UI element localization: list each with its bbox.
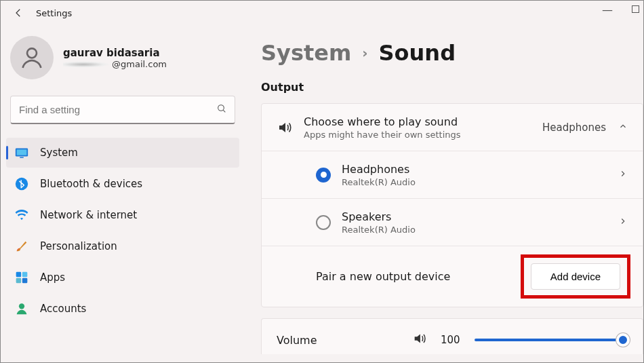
arrow-left-icon — [12, 7, 24, 19]
person-icon — [18, 44, 45, 71]
volume-row: Volume 100 — [261, 318, 643, 354]
profile-email-suffix: @gmail.com — [112, 59, 167, 69]
apps-icon — [14, 270, 29, 285]
sidebar-item-label: Personalization — [40, 240, 117, 252]
breadcrumb-current: Sound — [379, 40, 456, 66]
output-device-headphones[interactable]: Headphones Realtek(R) Audio — [262, 151, 643, 199]
pair-output-label: Pair a new output device — [316, 270, 521, 283]
sidebar-item-bluetooth[interactable]: Bluetooth & devices — [6, 169, 239, 199]
chevron-right-icon — [618, 216, 628, 229]
profile-email: @gmail.com — [63, 59, 167, 69]
breadcrumb: System › Sound — [261, 40, 643, 66]
account-icon — [14, 301, 29, 316]
window-title: Settings — [36, 8, 72, 18]
redacted-prefix — [63, 60, 113, 69]
maximize-icon[interactable] — [632, 5, 639, 13]
svg-point-10 — [19, 303, 24, 309]
minimize-icon[interactable]: — — [602, 3, 613, 16]
choose-output-row[interactable]: Choose where to play sound Apps might ha… — [262, 104, 643, 151]
slider-thumb[interactable] — [616, 333, 630, 347]
titlebar: Settings — — [1, 1, 643, 25]
profile-name: gaurav bidasaria — [63, 47, 167, 59]
radio-unselected-icon[interactable] — [316, 215, 331, 230]
wifi-icon — [14, 208, 29, 223]
sidebar: gaurav bidasaria @gmail.com System Blu — [1, 25, 245, 362]
svg-rect-7 — [22, 272, 28, 278]
speaker-icon — [277, 119, 304, 136]
output-device-speakers[interactable]: Speakers Realtek(R) Audio — [262, 199, 643, 246]
chevron-up-icon — [618, 121, 628, 134]
current-output-device: Headphones — [542, 121, 606, 134]
sidebar-item-apps[interactable]: Apps — [6, 263, 239, 292]
device-driver: Realtek(R) Audio — [342, 177, 618, 187]
add-device-highlight: Add device — [521, 254, 630, 299]
sidebar-item-network[interactable]: Network & internet — [6, 200, 239, 230]
svg-rect-9 — [22, 278, 28, 284]
chevron-right-icon — [618, 169, 628, 181]
pair-output-row: Pair a new output device Add device — [262, 246, 643, 307]
svg-rect-3 — [17, 149, 27, 155]
breadcrumb-parent[interactable]: System — [261, 40, 351, 66]
sidebar-item-personalization[interactable]: Personalization — [6, 231, 239, 261]
device-name: Headphones — [342, 163, 618, 176]
chevron-right-icon: › — [362, 45, 367, 61]
add-device-button[interactable]: Add device — [531, 263, 620, 290]
search-input[interactable] — [10, 96, 235, 124]
volume-slider[interactable] — [475, 333, 628, 347]
svg-point-0 — [27, 48, 37, 58]
sidebar-item-label: Network & internet — [40, 209, 137, 221]
volume-icon[interactable] — [412, 331, 427, 349]
content-area: System › Sound Output Choose where to pl… — [245, 25, 643, 362]
device-driver: Realtek(R) Audio — [342, 225, 618, 235]
svg-rect-6 — [16, 272, 22, 278]
display-icon — [14, 145, 29, 160]
output-card: Choose where to play sound Apps might ha… — [261, 103, 643, 307]
device-name: Speakers — [342, 210, 618, 223]
sidebar-item-label: System — [40, 147, 78, 159]
radio-selected-icon[interactable] — [316, 168, 331, 183]
back-button[interactable] — [6, 1, 31, 25]
volume-value: 100 — [441, 334, 461, 346]
brush-icon — [14, 239, 29, 254]
choose-output-title: Choose where to play sound — [304, 115, 542, 128]
sidebar-item-system[interactable]: System — [6, 138, 239, 168]
sidebar-item-label: Accounts — [40, 303, 86, 315]
nav-list: System Bluetooth & devices Network & int… — [6, 138, 239, 324]
svg-rect-4 — [20, 157, 24, 157]
sidebar-item-accounts[interactable]: Accounts — [6, 294, 239, 324]
volume-label: Volume — [277, 334, 399, 347]
bluetooth-icon — [14, 176, 29, 191]
profile-block[interactable]: gaurav bidasaria @gmail.com — [6, 25, 239, 96]
choose-output-sub: Apps might have their own settings — [304, 130, 542, 140]
svg-rect-8 — [16, 278, 22, 284]
search-row — [10, 96, 235, 124]
avatar — [10, 36, 54, 79]
sidebar-item-label: Bluetooth & devices — [40, 178, 142, 190]
section-output-label: Output — [261, 81, 643, 94]
window-controls: — — [602, 3, 639, 16]
sidebar-item-label: Apps — [40, 271, 65, 284]
